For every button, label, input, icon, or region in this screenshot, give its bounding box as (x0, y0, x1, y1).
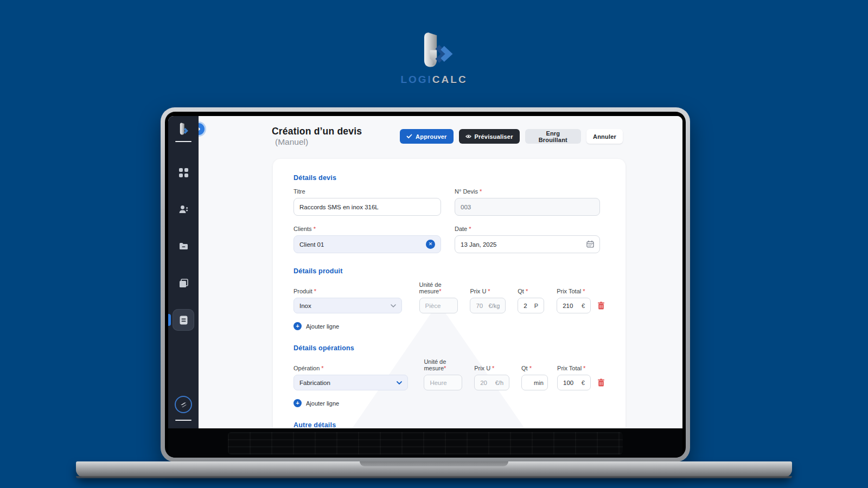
operation-unite-input[interactable] (424, 375, 462, 390)
main-content: Création d’un devis (Manuel) Approuver (199, 116, 682, 428)
header-actions: Approuver Prévisualiser Enrg Brouillant (400, 129, 623, 144)
operation-prix-u-input[interactable]: €/h (474, 375, 509, 390)
laptop-keyboard (168, 428, 682, 458)
approve-button[interactable]: Approuver (400, 129, 453, 144)
section-autre-details: Autre détails Taxe* % (293, 421, 605, 428)
eye-icon (465, 133, 471, 139)
check-icon (406, 133, 412, 139)
date-label: Date* (455, 226, 600, 232)
section-details-operations: Détails opérations Opération* Fabricatio… (293, 344, 605, 407)
section-title: Détails opérations (293, 344, 605, 352)
section-title: Autre détails (293, 421, 605, 428)
preview-button[interactable]: Prévisualiser (459, 129, 520, 144)
produit-qt-input[interactable]: P (518, 298, 544, 313)
plus-icon: + (293, 399, 302, 407)
save-draft-button[interactable]: Enrg Brouillant (525, 129, 581, 144)
operation-qt-field: Qt* min (521, 365, 548, 390)
produit-prix-total-input[interactable]: € (557, 298, 591, 313)
produit-unite-input[interactable] (419, 298, 458, 313)
users-icon (179, 205, 188, 214)
operation-prix-total-input[interactable]: € (557, 375, 591, 390)
document-icon (179, 316, 188, 325)
clients-label: Clients* (293, 226, 441, 232)
sidebar-item-clients[interactable] (173, 198, 194, 220)
sidebar-logo[interactable] (175, 123, 192, 137)
trash-icon (597, 301, 605, 310)
plus-icon: + (293, 322, 302, 330)
num-devis-label: N° Devis* (455, 188, 600, 195)
devis-form-card: Détails devis Titre N° Devis* (273, 159, 626, 428)
date-input[interactable] (455, 235, 600, 253)
sidebar-nav (168, 162, 199, 331)
sidebar-item-pages[interactable] (173, 272, 194, 294)
produit-prix-total-field: Prix Total* € (557, 288, 591, 313)
sidebar-item-folders[interactable] (173, 235, 194, 257)
page-subtitle: (Manuel) (275, 137, 308, 146)
section-title: Détails devis (293, 174, 605, 182)
section-details-produit: Détails produit Produit* Inox (293, 267, 605, 330)
laptop-mockup: Création d’un devis (Manuel) Approuver (161, 107, 690, 462)
operation-prix-total-field: Prix Total* € (557, 365, 591, 390)
date-field: Date* (455, 226, 600, 253)
titre-input[interactable] (293, 198, 441, 216)
cancel-button[interactable]: Annuler (586, 129, 623, 144)
calendar-icon[interactable] (586, 240, 594, 249)
operation-prix-u-field: Prix U* €/h (474, 365, 509, 390)
user-avatar[interactable] (175, 396, 192, 413)
produit-prix-u-input[interactable]: €/kg (470, 298, 506, 313)
brand-logo: LOGICALC (0, 31, 868, 86)
folder-icon (179, 242, 188, 251)
brand-logo-icon (411, 31, 457, 73)
produit-field: Produit* Inox (293, 288, 402, 313)
num-devis-input[interactable] (455, 198, 600, 216)
clients-input[interactable]: ✕ (293, 235, 441, 253)
titre-field: Titre (293, 188, 441, 216)
produit-unite-field: Unité de mesure* (419, 281, 458, 313)
grid-icon (179, 168, 188, 177)
brand-logo-text: LOGICALC (400, 74, 467, 86)
chevron-down-icon (391, 304, 396, 307)
num-devis-field: N° Devis* (455, 188, 600, 216)
sidebar-item-devis[interactable] (173, 309, 194, 331)
produit-select[interactable]: Inox (293, 298, 402, 313)
section-details-devis: Détails devis Titre N° Devis* (293, 174, 605, 253)
section-title: Détails produit (293, 267, 605, 275)
chevron-down-icon (397, 381, 402, 384)
page-title: Création d’un devis (272, 126, 362, 137)
add-operation-line-button[interactable]: + Ajouter ligne (293, 399, 339, 407)
app-screen: Création d’un devis (Manuel) Approuver (168, 116, 682, 428)
sidebar-divider-bottom (175, 420, 192, 421)
sidebar-bottom (175, 396, 192, 425)
clients-field: Clients* ✕ (293, 226, 441, 253)
page-header: Création d’un devis (Manuel) Approuver (199, 116, 682, 147)
laptop-bezel: Création d’un devis (Manuel) Approuver (165, 112, 686, 458)
produit-line-row: Produit* Inox Unité de mesure* (293, 281, 605, 313)
active-item-indicator (168, 314, 171, 326)
delete-operation-line-button[interactable] (597, 378, 605, 387)
copy-icon (179, 279, 188, 288)
titre-label: Titre (293, 188, 441, 195)
produit-qt-field: Qt* P (518, 288, 544, 313)
delete-produit-line-button[interactable] (597, 301, 605, 310)
sidebar-item-dashboard[interactable] (173, 162, 194, 183)
operation-line-row: Opération* Fabrication Unité de mesure* (293, 358, 605, 390)
laptop-base (76, 461, 792, 477)
sidebar (168, 116, 199, 428)
operation-unite-field: Unité de mesure* (424, 358, 462, 390)
clear-client-button[interactable]: ✕ (426, 240, 435, 249)
produit-prix-u-field: Prix U* €/kg (470, 288, 506, 313)
laptop-base-notch (360, 461, 508, 466)
add-produit-line-button[interactable]: + Ajouter ligne (293, 322, 339, 330)
operation-select[interactable]: Fabrication (293, 375, 408, 390)
trash-icon (597, 378, 605, 387)
operation-qt-input[interactable]: min (521, 375, 548, 390)
sidebar-divider-top (175, 141, 192, 142)
chevron-right-icon (199, 126, 201, 132)
avatar-logo-icon (179, 400, 188, 409)
operation-field: Opération* Fabrication (293, 365, 408, 390)
